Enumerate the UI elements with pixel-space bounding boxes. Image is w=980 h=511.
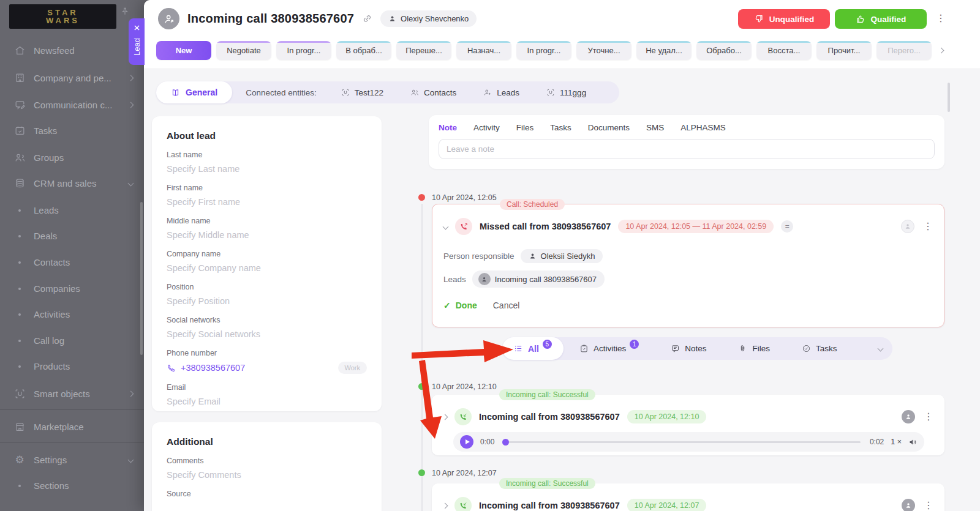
sidebar-subitem-deals[interactable]: Deals: [0, 223, 144, 249]
qualified-button[interactable]: Qualified: [835, 9, 927, 29]
note-input[interactable]: [439, 139, 935, 159]
tab-contacts[interactable]: Contacts: [410, 88, 456, 97]
tab-leads[interactable]: Leads: [483, 88, 519, 97]
phone-number-link[interactable]: +380938567607: [181, 363, 245, 373]
card-menu-icon[interactable]: ⋮: [923, 222, 933, 231]
pin-sidebar-icon[interactable]: [120, 7, 130, 19]
person-responsible-chip[interactable]: Oleksii Siedykh: [521, 249, 603, 263]
cancel-button[interactable]: Cancel: [493, 300, 520, 310]
composer-tab-files[interactable]: Files: [516, 123, 534, 132]
equals-icon[interactable]: =: [781, 220, 793, 233]
field-middle-name[interactable]: Middle name Specify Middle name: [167, 216, 367, 241]
lead-reference-chip[interactable]: Incoming call 380938567607: [472, 270, 605, 288]
field-position[interactable]: Position Specify Position: [167, 282, 367, 307]
sidebar-scrollbar[interactable]: [140, 202, 143, 355]
stage-in-progress[interactable]: In progr...: [276, 41, 331, 60]
sidebar-item-communication[interactable]: Communication c...: [0, 92, 144, 118]
sidebar-subitem-leads[interactable]: Leads: [0, 197, 144, 223]
filter-activities[interactable]: Activities 1: [579, 344, 639, 353]
filter-tasks[interactable]: Tasks: [802, 344, 837, 353]
field-company-name[interactable]: Company name Specify Company name: [167, 249, 367, 274]
lead-slideover-tab[interactable]: Lead: [129, 18, 145, 65]
stage-negotiate[interactable]: Negotiate: [216, 41, 271, 60]
people-icon: [410, 88, 419, 97]
stage-perego[interactable]: Перего...: [876, 41, 932, 60]
stage-utochne[interactable]: Уточне...: [576, 41, 631, 60]
stage-prochit[interactable]: Прочит...: [816, 41, 872, 60]
participant-avatar[interactable]: [902, 499, 915, 511]
tab-general[interactable]: General: [156, 81, 232, 103]
filter-files[interactable]: Files: [738, 344, 770, 353]
composer-tab-tasks[interactable]: Tasks: [550, 123, 571, 132]
field-last-name[interactable]: Last name Specify Last name: [167, 150, 367, 174]
sidebar-subitem-companies[interactable]: Companies: [0, 275, 144, 302]
field-email[interactable]: Email Specify Email: [167, 382, 367, 407]
sidebar-subitem-call-log[interactable]: Call log: [0, 327, 144, 354]
sidebar-item-settings[interactable]: ⚙ Settings: [0, 447, 144, 473]
seek-knob[interactable]: [502, 439, 509, 446]
stage-ne-udal[interactable]: Не удал...: [636, 41, 692, 60]
sidebar-subitem-products[interactable]: Products: [0, 353, 144, 379]
responsible-user-chip[interactable]: Olexiy Shevchenko: [380, 10, 477, 27]
stage-v-obrab[interactable]: В обраб...: [336, 41, 391, 60]
tab-111ggg[interactable]: 111ggg: [546, 88, 586, 97]
bullet-icon: [18, 340, 21, 342]
playback-speed[interactable]: 1 ×: [891, 438, 902, 446]
sidebar-subitem-activities[interactable]: Activities: [0, 301, 144, 327]
stage-pereshe[interactable]: Переше...: [396, 41, 451, 60]
copy-link-icon[interactable]: [362, 13, 372, 24]
timeline-date: 10 Apr 2024, 12:07: [432, 469, 497, 477]
filter-expand-icon[interactable]: [878, 346, 884, 352]
volume-icon[interactable]: [908, 438, 918, 447]
participant-avatar[interactable]: [902, 410, 915, 423]
stage-obrabo[interactable]: Обрабо...: [696, 41, 752, 60]
unqualified-button[interactable]: Unqualified: [738, 9, 830, 29]
sidebar-item-marketplace[interactable]: Marketplace: [0, 414, 144, 440]
collapse-icon[interactable]: [443, 223, 449, 229]
activity-title[interactable]: Incoming call from 380938567607: [479, 412, 620, 422]
field-source[interactable]: Source: [167, 489, 367, 499]
play-button[interactable]: [460, 435, 473, 449]
stages-scroll-right-icon[interactable]: [938, 48, 944, 54]
expand-icon[interactable]: [442, 502, 448, 509]
filter-all[interactable]: All 5: [502, 337, 564, 360]
composer-tab-documents[interactable]: Documents: [588, 123, 630, 132]
composer-tab-alphasms[interactable]: ALPHASMS: [680, 123, 726, 132]
card-menu-icon[interactable]: ⋮: [924, 501, 933, 510]
timeline-date: 10 Apr 2024, 12:10: [432, 382, 497, 391]
stage-new[interactable]: New: [156, 41, 211, 60]
field-social-networks[interactable]: Social networks Specify Social networks: [167, 315, 367, 340]
sidebar-item-label: Marketplace: [34, 422, 133, 432]
card-menu-icon[interactable]: ⋮: [924, 412, 933, 422]
sidebar-item-crm[interactable]: CRM and sales: [0, 170, 144, 196]
close-icon[interactable]: [133, 23, 141, 34]
smart-object-icon: [341, 88, 350, 97]
expand-icon[interactable]: [442, 414, 448, 420]
sidebar-subitem-label: Call log: [34, 335, 133, 346]
field-first-name[interactable]: First name Specify First name: [167, 183, 367, 207]
sidebar-item-company[interactable]: Company and pe...: [0, 65, 144, 91]
filter-notes[interactable]: Notes: [671, 344, 706, 353]
sidebar-item-tasks[interactable]: Tasks: [0, 117, 144, 144]
activity-title[interactable]: Incoming call from 380938567607: [479, 501, 620, 510]
stage-in-progress-2[interactable]: In progr...: [516, 41, 571, 60]
sidebar-item-newsfeed[interactable]: Newsfeed: [0, 37, 144, 64]
sidebar-item-smart-objects[interactable]: Smart objects: [0, 381, 144, 407]
composer-tab-sms[interactable]: SMS: [646, 123, 664, 132]
tab-test122[interactable]: Test122: [341, 88, 383, 97]
field-comments[interactable]: Comments Specify Comments: [167, 456, 367, 480]
more-actions-icon[interactable]: ⋮: [936, 13, 946, 23]
workspace-logo[interactable]: STAR WARS: [9, 4, 116, 29]
participant-avatar[interactable]: [901, 220, 914, 233]
stage-vossta[interactable]: Восста...: [756, 41, 812, 60]
stage-naznach[interactable]: Назнач...: [456, 41, 511, 60]
activity-title[interactable]: Missed call from 380938567607: [480, 222, 611, 231]
sidebar-subitem-sections[interactable]: Sections: [0, 472, 144, 499]
sidebar-item-groups[interactable]: Groups: [0, 144, 144, 171]
composer-tab-activity[interactable]: Activity: [473, 123, 500, 132]
composer-tab-note[interactable]: Note: [439, 123, 457, 132]
sidebar-subitem-contacts[interactable]: Contacts: [0, 249, 144, 275]
seek-bar[interactable]: [503, 441, 861, 443]
content-scrollbar[interactable]: [948, 83, 950, 112]
done-button[interactable]: ✓ Done: [443, 300, 477, 310]
